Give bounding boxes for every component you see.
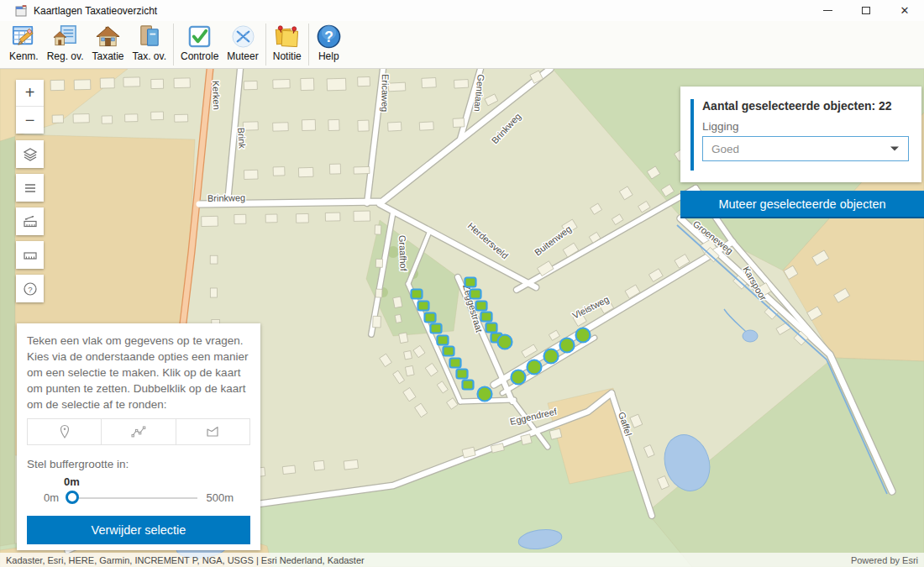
slider-max-label: 500m bbox=[206, 491, 234, 504]
attribution-sources: Kadaster, Esri, HERE, Garmin, INCREMENT … bbox=[6, 555, 365, 565]
sticky-notes-icon bbox=[274, 24, 300, 50]
legend-button[interactable] bbox=[16, 174, 44, 202]
selected-object-marker[interactable] bbox=[478, 387, 492, 402]
selected-object-marker[interactable] bbox=[512, 370, 526, 385]
selection-tool-row bbox=[27, 418, 250, 445]
toolbar-button-notitie[interactable]: Notitie bbox=[269, 23, 306, 63]
attribution-bar: Kadaster, Esri, HERE, Garmin, INCREMENT … bbox=[0, 553, 924, 567]
selected-object-marker[interactable] bbox=[470, 290, 481, 299]
application-window: Kaartlagen Taxatieoverzicht ✕ Kenm. bbox=[0, 0, 924, 567]
zoom-in-button[interactable]: + bbox=[16, 80, 44, 107]
toolbar-label: Controle bbox=[181, 50, 218, 62]
selected-count-label: Aantal geselecteerde objecten: 22 bbox=[702, 99, 909, 113]
map-help-button[interactable]: ? bbox=[16, 275, 44, 302]
measure-area-icon bbox=[23, 248, 38, 263]
remove-selection-button[interactable]: Verwijder selectie bbox=[27, 516, 250, 544]
measure-distance-icon bbox=[23, 214, 38, 229]
select-by-point-button[interactable] bbox=[28, 419, 101, 444]
buffer-slider: 0m 0m 500m bbox=[44, 475, 234, 504]
maximize-icon bbox=[862, 7, 870, 14]
minimize-icon bbox=[823, 10, 832, 11]
card-accent-bar bbox=[690, 99, 694, 171]
selected-object-marker[interactable] bbox=[418, 302, 429, 311]
mutate-selected-button[interactable]: Muteer geselecteerde objecten bbox=[680, 191, 924, 218]
slider-value-label: 0m bbox=[64, 475, 234, 488]
dna-icon bbox=[230, 24, 256, 50]
selected-object-marker[interactable] bbox=[476, 302, 487, 311]
table-pencil-icon bbox=[11, 24, 37, 50]
toolbar-button-kenm[interactable]: Kenm. bbox=[5, 23, 43, 63]
measure-distance-button[interactable] bbox=[16, 207, 44, 235]
toolbar-button-help[interactable]: ? Help bbox=[312, 23, 346, 63]
zoom-widget: + − bbox=[16, 80, 44, 134]
toolbar-button-tax-ov[interactable]: Tax. ov. bbox=[129, 23, 171, 63]
selected-object-marker[interactable] bbox=[412, 290, 423, 299]
selected-object-marker[interactable] bbox=[463, 381, 474, 390]
selection-info-card: Aantal geselecteerde objecten: 22 Liggin… bbox=[680, 87, 921, 182]
selected-object-marker[interactable] bbox=[438, 336, 449, 345]
toolbar-label: Taxatie bbox=[92, 50, 124, 62]
toolbar-button-reg-ov[interactable]: Reg. ov. bbox=[43, 23, 88, 63]
selection-instructions: Teken een vlak om gegevens op te vragen.… bbox=[27, 333, 250, 412]
books-icon bbox=[136, 24, 162, 50]
selected-object-marker[interactable] bbox=[444, 347, 454, 356]
selected-object-marker[interactable] bbox=[450, 359, 461, 368]
selected-object-marker[interactable] bbox=[528, 360, 542, 375]
toolbar-separator bbox=[173, 24, 174, 66]
app-window-icon bbox=[15, 5, 27, 17]
selected-object-marker[interactable] bbox=[576, 328, 591, 343]
toolbar-button-taxatie[interactable]: Taxatie bbox=[88, 23, 129, 63]
ligging-dropdown-value: Goed bbox=[711, 143, 890, 155]
ligging-label: Ligging bbox=[702, 120, 909, 133]
selected-object-marker[interactable] bbox=[560, 339, 575, 353]
toolbar-label: Tax. ov. bbox=[133, 50, 166, 62]
close-button[interactable]: ✕ bbox=[885, 0, 924, 21]
map-pin-icon bbox=[56, 423, 73, 440]
house-icon bbox=[95, 24, 121, 50]
legend-list-icon bbox=[23, 181, 38, 196]
select-by-polyline-button[interactable] bbox=[101, 419, 175, 444]
selected-object-marker[interactable] bbox=[457, 370, 468, 379]
toolbar-separator bbox=[265, 24, 266, 66]
selected-object-marker[interactable] bbox=[544, 349, 559, 364]
slider-thumb[interactable] bbox=[66, 491, 79, 504]
titlebar: Kaartlagen Taxatieoverzicht ✕ bbox=[0, 0, 924, 21]
slider-min-label: 0m bbox=[44, 491, 59, 504]
toolbar-label: Notitie bbox=[273, 50, 302, 62]
selected-object-marker[interactable] bbox=[465, 278, 476, 287]
maximize-button[interactable] bbox=[847, 0, 885, 21]
svg-text:?: ? bbox=[28, 284, 32, 293]
selected-object-marker[interactable] bbox=[425, 313, 436, 323]
window-title: Kaartlagen Taxatieoverzicht bbox=[34, 5, 157, 17]
minus-icon: − bbox=[25, 111, 35, 130]
selected-object-marker[interactable] bbox=[498, 335, 512, 349]
select-by-polygon-button[interactable] bbox=[176, 419, 249, 444]
street-label: Kerken bbox=[211, 81, 222, 110]
toolbar-button-controle[interactable]: Controle bbox=[176, 23, 223, 63]
map-area: KerkenBrinkEricawegGentiaanBrinkwegBrink… bbox=[0, 69, 924, 567]
street-label: Brinkweg bbox=[207, 192, 245, 203]
toolbar: Kenm. Reg. ov. Taxatie bbox=[0, 21, 924, 69]
measure-area-button[interactable] bbox=[16, 241, 44, 269]
toolbar-button-muteer[interactable]: Muteer bbox=[223, 23, 262, 63]
layers-icon bbox=[23, 147, 38, 162]
plus-icon: + bbox=[25, 83, 35, 102]
selected-object-marker[interactable] bbox=[481, 312, 492, 322]
minimize-button[interactable] bbox=[808, 0, 847, 21]
toolbar-separator bbox=[308, 24, 309, 66]
ligging-dropdown[interactable]: Goed bbox=[702, 136, 909, 161]
question-icon: ? bbox=[316, 24, 342, 50]
checkbox-icon bbox=[186, 24, 213, 50]
chevron-down-icon bbox=[890, 145, 900, 152]
polyline-icon bbox=[130, 423, 147, 440]
toolbar-label: Muteer bbox=[227, 50, 258, 62]
street-label: Brink bbox=[236, 127, 248, 149]
layers-button[interactable] bbox=[16, 140, 44, 168]
selected-object-marker[interactable] bbox=[431, 324, 442, 333]
toolbar-label: Kenm. bbox=[9, 50, 39, 62]
street-label: Ericaweg bbox=[380, 74, 391, 112]
selected-object-marker[interactable] bbox=[486, 323, 497, 333]
slider-track[interactable] bbox=[67, 497, 197, 499]
buffer-size-label: Stel buffergrootte in: bbox=[27, 458, 250, 470]
zoom-out-button[interactable]: − bbox=[16, 107, 44, 134]
